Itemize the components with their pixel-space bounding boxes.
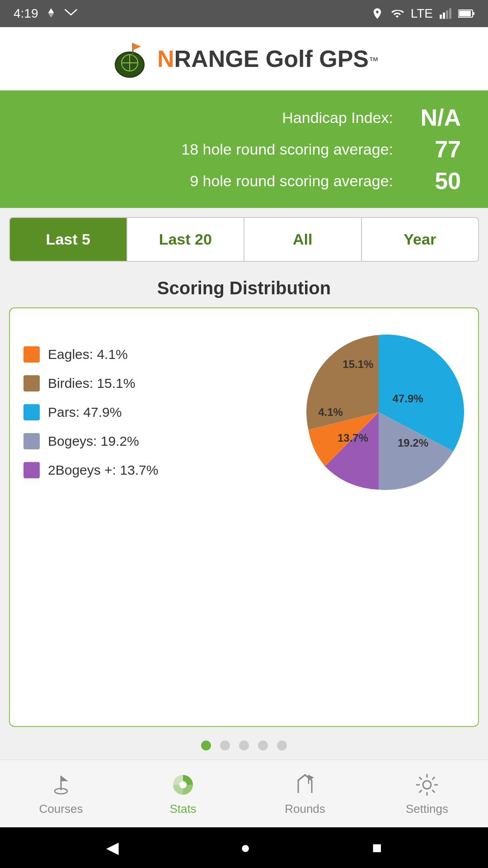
nine-hole-row: 9 hole round scoring average: 50 bbox=[27, 167, 461, 194]
courses-label: Courses bbox=[39, 802, 83, 816]
direction-icon bbox=[45, 7, 57, 20]
tab-last5[interactable]: Last 5 bbox=[10, 218, 127, 261]
recents-button[interactable]: ■ bbox=[372, 838, 382, 857]
birdies-label: Birdies: 15.1% bbox=[48, 376, 135, 391]
signal-icon bbox=[439, 7, 452, 20]
stats-icon bbox=[169, 771, 197, 798]
svg-rect-7 bbox=[473, 12, 474, 15]
nav-courses[interactable]: Courses bbox=[0, 771, 122, 816]
svg-line-28 bbox=[419, 790, 422, 793]
location-icon bbox=[371, 7, 384, 20]
rounds-label: Rounds bbox=[285, 802, 325, 816]
svg-line-27 bbox=[432, 777, 435, 780]
android-nav: ◀ ● ■ bbox=[0, 827, 488, 868]
pie-label-bogeys: 19.2% bbox=[398, 437, 428, 449]
legend-bogeys: Bogeys: 19.2% bbox=[23, 433, 158, 449]
svg-rect-3 bbox=[446, 10, 448, 19]
stats-banner: Handicap Index: N/A 18 hole round scorin… bbox=[0, 90, 488, 208]
app-name: NRANGE Golf GPS™ bbox=[157, 45, 379, 72]
legend-birdies: Birdies: 15.1% bbox=[23, 375, 158, 392]
eighteen-hole-row: 18 hole round scoring average: 77 bbox=[27, 136, 461, 163]
dot-1[interactable] bbox=[201, 741, 211, 750]
tab-year[interactable]: Year bbox=[362, 218, 479, 261]
battery-icon bbox=[458, 8, 474, 19]
tab-last20[interactable]: Last 20 bbox=[127, 218, 245, 261]
svg-marker-13 bbox=[133, 43, 141, 50]
legend-eagles: Eagles: 4.1% bbox=[23, 346, 158, 363]
dot-2[interactable] bbox=[220, 741, 230, 750]
dot-5[interactable] bbox=[277, 741, 287, 750]
section-title: Scoring Distribution bbox=[0, 278, 488, 298]
app-logo-icon bbox=[109, 38, 150, 79]
tab-all[interactable]: All bbox=[244, 218, 362, 261]
eagles-label: Eagles: 4.1% bbox=[48, 347, 128, 362]
rounds-icon bbox=[291, 771, 319, 798]
svg-point-17 bbox=[179, 781, 187, 788]
bogeys-label: Bogeys: 19.2% bbox=[48, 434, 139, 449]
pie-label-pars: 47.9% bbox=[393, 392, 423, 405]
svg-line-25 bbox=[419, 777, 422, 780]
nav-stats[interactable]: Stats bbox=[122, 771, 244, 816]
eagles-color-swatch bbox=[23, 346, 40, 363]
back-button[interactable]: ◀ bbox=[106, 838, 119, 857]
home-button[interactable]: ● bbox=[240, 838, 250, 857]
nav-settings[interactable]: Settings bbox=[366, 771, 488, 816]
pie-label-birdies: 15.1% bbox=[343, 358, 373, 371]
nav-rounds[interactable]: Rounds bbox=[244, 771, 366, 816]
tabs-container: Last 5 Last 20 All Year bbox=[9, 217, 479, 262]
pie-label-eagles: 4.1% bbox=[318, 406, 343, 419]
pars-color-swatch bbox=[23, 404, 40, 420]
birdies-color-swatch bbox=[23, 375, 40, 392]
dot-4[interactable] bbox=[258, 741, 268, 750]
nine-hole-label: 9 hole round scoring average: bbox=[190, 172, 393, 190]
2bogeys-label: 2Bogeys +: 13.7% bbox=[48, 462, 158, 478]
svg-rect-2 bbox=[443, 13, 445, 19]
svg-rect-6 bbox=[459, 11, 471, 16]
time: 4:19 bbox=[14, 6, 38, 21]
status-bar: 4:19 LTE bbox=[0, 0, 488, 27]
bogeys-color-swatch bbox=[23, 433, 40, 449]
dot-3[interactable] bbox=[239, 741, 249, 750]
lte-indicator: LTE bbox=[411, 6, 433, 21]
wifi-icon bbox=[390, 7, 404, 20]
stats-label: Stats bbox=[169, 802, 196, 816]
pie-label-2bogeys: 13.7% bbox=[338, 432, 368, 444]
chart-inner: Eagles: 4.1% Birdies: 15.1% Pars: 47.9% … bbox=[23, 326, 465, 498]
pagination-dots bbox=[0, 727, 488, 760]
app-header: NRANGE Golf GPS™ bbox=[0, 27, 488, 90]
settings-icon bbox=[413, 771, 441, 798]
status-left: 4:19 bbox=[14, 6, 78, 21]
settings-label: Settings bbox=[406, 802, 448, 816]
svg-point-20 bbox=[423, 781, 431, 789]
pie-chart: 47.9% 19.2% 13.7% 4.1% 15.1% bbox=[293, 326, 465, 498]
pars-label: Pars: 47.9% bbox=[48, 405, 122, 420]
svg-rect-1 bbox=[440, 14, 442, 19]
bottom-nav: Courses Stats Rounds bbox=[0, 760, 488, 827]
svg-line-26 bbox=[432, 790, 435, 793]
courses-icon bbox=[47, 771, 75, 798]
svg-marker-16 bbox=[61, 776, 68, 781]
eighteen-hole-label: 18 hole round scoring average: bbox=[181, 141, 393, 158]
logo-container: NRANGE Golf GPS™ bbox=[109, 38, 379, 79]
chart-legend: Eagles: 4.1% Birdies: 15.1% Pars: 47.9% … bbox=[23, 346, 158, 478]
handicap-value: N/A bbox=[402, 104, 461, 131]
handicap-row: Handicap Index: N/A bbox=[27, 104, 461, 131]
chart-card: Eagles: 4.1% Birdies: 15.1% Pars: 47.9% … bbox=[9, 307, 479, 727]
handicap-label: Handicap Index: bbox=[282, 109, 393, 127]
status-right: LTE bbox=[371, 6, 474, 21]
gmail-icon bbox=[64, 8, 78, 19]
nine-hole-value: 50 bbox=[402, 167, 461, 194]
2bogeys-color-swatch bbox=[23, 462, 40, 478]
legend-2bogeys: 2Bogeys +: 13.7% bbox=[23, 462, 158, 478]
eighteen-hole-value: 77 bbox=[402, 136, 461, 163]
svg-rect-4 bbox=[449, 8, 451, 19]
legend-pars: Pars: 47.9% bbox=[23, 404, 158, 420]
